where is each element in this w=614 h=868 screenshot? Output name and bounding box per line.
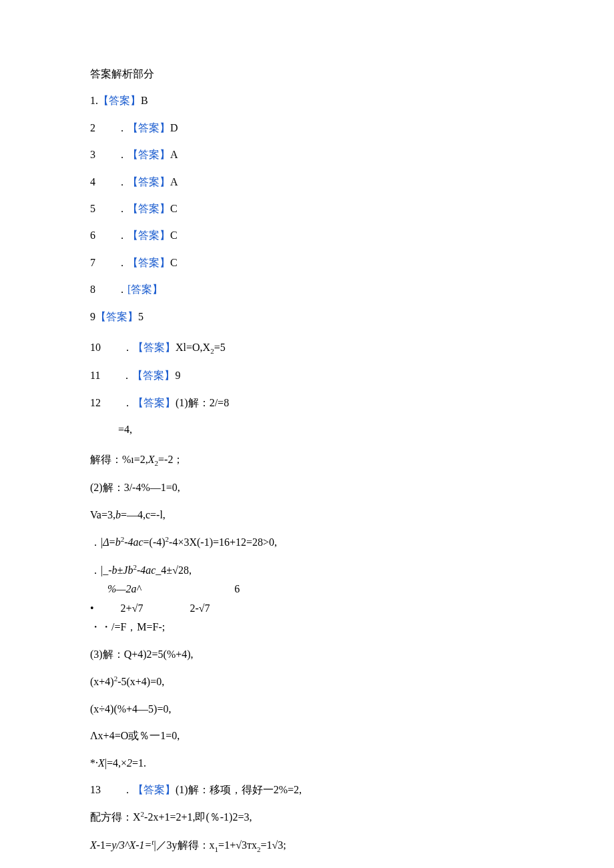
answer-label: 【答案】 <box>127 257 170 268</box>
num: 6 <box>90 230 95 241</box>
answer-value: (1)解：2/=8 <box>176 397 229 408</box>
answer-12: 12．【答案】(1)解：2/=8 <box>90 396 524 410</box>
answer-label: 【答案】 <box>133 342 176 353</box>
answer-2: 2．【答案】D <box>90 121 524 135</box>
answer-9: 9【答案】5 <box>90 310 524 324</box>
answer-label: 【答案】 <box>95 311 138 322</box>
answer-value: D <box>170 122 178 133</box>
answer-label: 【答案】 <box>127 203 170 214</box>
answer-value: C <box>170 230 178 241</box>
answer-value: B <box>141 95 148 106</box>
num: 8 <box>90 284 95 295</box>
answer-value: C <box>170 257 178 268</box>
num: 11 <box>90 370 100 381</box>
answer-label-alt: [答案】 <box>127 284 163 295</box>
solution-line: ．|Δ=b2-4ac=(-4)2-4×3X(-1)=16+12=28>0, <box>90 534 524 550</box>
answer-label: 【答案】 <box>133 397 176 408</box>
answer-11: 11．【答案】9 <box>90 368 524 383</box>
answer-label: 【答案】 <box>127 122 170 133</box>
solution-line: 配方得：X2-2x+1=2+1,即(％-1)2=3, <box>90 809 524 825</box>
solution-line: (x÷4)(%+4—5)=0, <box>90 702 524 717</box>
solution-fraction-top: ．|_-b±Jb2-4ac_4±√28, <box>90 562 524 578</box>
answer-value: A <box>170 176 178 187</box>
dot: ． <box>117 149 127 160</box>
num: 13 <box>90 784 101 795</box>
answer-label: 【答案】 <box>132 370 175 381</box>
dot: ． <box>122 784 133 795</box>
dot: ． <box>117 284 127 295</box>
solution-line: Va=3,b=—4,c=-l, <box>90 508 524 522</box>
num: 12 <box>90 397 101 408</box>
answer-1: 1.【答案】B <box>90 93 524 108</box>
answer-10: 10．【答案】Xl=O,X2=5 <box>90 340 524 357</box>
num: 1. <box>90 95 98 106</box>
answer-7: 7．【答案】C <box>90 256 524 270</box>
answer-value: A <box>170 149 178 160</box>
num: 4 <box>90 176 95 187</box>
solution-fraction-bot: %—2a^6 <box>90 582 524 596</box>
solution-line: ・・/=F，M=F-; <box>90 620 524 634</box>
num: 7 <box>90 257 95 268</box>
dot: ． <box>117 122 127 133</box>
num: 10 <box>90 342 101 353</box>
num: 3 <box>90 149 95 160</box>
solution-line: (3)解：Q+4)2=5(%+4), <box>90 647 524 662</box>
solution-line: 解得：%ı=2,X2=-2； <box>90 452 524 469</box>
answer-value: C <box>170 203 178 214</box>
answer-value: 9 <box>175 370 180 381</box>
section-title: 答案解析部分 <box>90 67 524 81</box>
answer-3: 3．【答案】A <box>90 147 524 162</box>
answer-6: 6．【答案】C <box>90 228 524 243</box>
answer-12-cont: =4, <box>90 422 524 437</box>
num: 5 <box>90 203 95 214</box>
answer-label: 【答案】 <box>133 784 176 795</box>
num: 2 <box>90 122 95 133</box>
answer-value: Xl=O,X2=5 <box>176 342 226 353</box>
solution-line: (2)解：3/-4%—1=0, <box>90 480 524 495</box>
dot: ． <box>122 397 133 408</box>
answer-13: 13．【答案】(1)解：移项，得好一2%=2, <box>90 783 524 797</box>
answer-8: 8．[答案】 <box>90 282 524 297</box>
answer-label: 【答案】 <box>127 149 170 160</box>
answer-4: 4．【答案】A <box>90 175 524 189</box>
answer-value: (1)解：移项，得好一2%=2, <box>176 784 302 795</box>
dot: ． <box>122 342 133 353</box>
answer-label: 【答案】 <box>127 230 170 241</box>
solution-line: X-1=y/3^X-1=t|／3y解得：x1=1+√3тx2=1√3; <box>90 837 524 855</box>
answer-label: 【答案】 <box>127 176 170 187</box>
solution-line: (x+4)2-5(x+4)=0, <box>90 674 524 690</box>
solution-line: *·X|=4,×2=1. <box>90 756 524 771</box>
solution-line: •2+√72-√7 <box>90 601 524 616</box>
solution-line: Λx+4=O或％一1=0, <box>90 729 524 743</box>
answer-label: 【答案】 <box>98 95 141 106</box>
dot: ． <box>117 176 127 187</box>
dot: ． <box>117 230 127 241</box>
dot: ． <box>117 257 127 268</box>
dot: ． <box>117 203 127 214</box>
answer-value: 5 <box>138 311 143 322</box>
num: 9 <box>90 311 95 322</box>
answer-5: 5．【答案】C <box>90 201 524 216</box>
dot: ． <box>121 370 132 381</box>
